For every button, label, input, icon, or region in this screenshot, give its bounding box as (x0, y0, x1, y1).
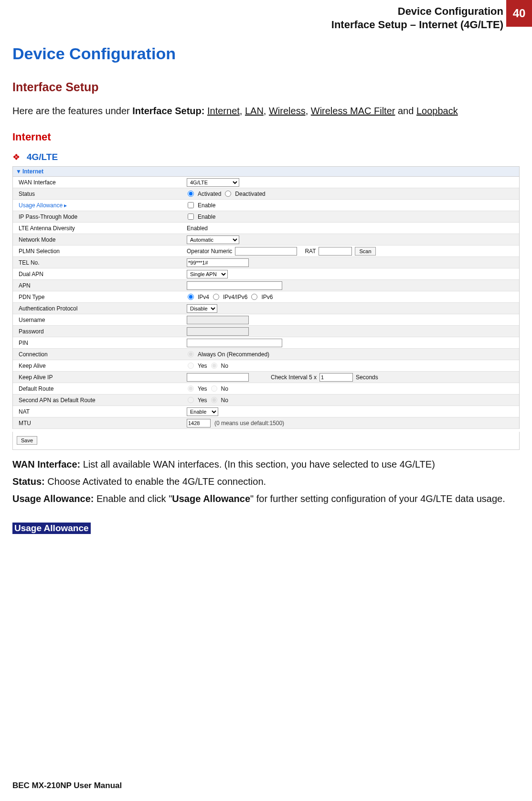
radio-2nd-apn-yes (188, 397, 194, 403)
diamond-icon: ❖ (12, 152, 20, 162)
link-lan[interactable]: LAN (245, 106, 264, 116)
input-check-interval[interactable] (319, 373, 353, 382)
label-connection: Connection (13, 349, 185, 360)
input-mtu[interactable] (187, 419, 211, 427)
text-check-interval: Check Interval 5 x (271, 374, 317, 381)
link-loopback[interactable]: Loopback (416, 106, 458, 116)
select-dual-apn[interactable]: Single APN (187, 270, 228, 278)
value-lte-antenna: Enabled (187, 225, 208, 232)
input-keep-alive-ip[interactable] (187, 373, 249, 382)
opt-ipv4ipv6: IPv4/IPv6 (223, 294, 247, 300)
opt-ka-no: No (221, 363, 228, 369)
text-seconds: Seconds (356, 374, 378, 381)
checkbox-ip-passthrough[interactable] (188, 214, 194, 220)
input-operator-numeric[interactable] (235, 247, 297, 256)
highlight-usage-allowance: Usage Allowance (12, 523, 91, 534)
row-dual-apn: Dual APN Single APN (13, 268, 519, 280)
usage-allowance-label: Usage Allowance ▸ (19, 202, 67, 209)
opt-ipv6: IPv6 (261, 294, 273, 300)
input-pin[interactable] (187, 339, 282, 347)
opt-ipv4: IPv4 (198, 294, 209, 300)
row-plmn: PLMN Selection Operator Numeric RAT Scan (13, 246, 519, 257)
label-keep-alive: Keep Alive (13, 361, 185, 371)
link-internet[interactable]: Internet (207, 106, 240, 116)
label-lte-antenna: LTE Antenna Diversity (13, 223, 185, 234)
row-usage-allowance: Usage Allowance ▸ Enable (13, 200, 519, 211)
save-row: Save (12, 432, 520, 450)
config-panel: ▼Internet WAN Interface 4G/LTE Status Ac… (12, 166, 520, 429)
select-wan-interface[interactable]: 4G/LTE (187, 178, 239, 187)
radio-default-no (211, 385, 217, 392)
radio-default-yes (188, 385, 194, 392)
input-rat[interactable] (319, 247, 352, 256)
input-apn[interactable] (187, 281, 282, 290)
panel-title: Internet (22, 168, 43, 175)
label-ip-passthrough: IP Pass-Through Mode (13, 212, 185, 222)
radio-keepalive-no (211, 363, 217, 369)
label-network-mode: Network Mode (13, 235, 185, 245)
desc1-text: List all available WAN interfaces. (In t… (80, 459, 435, 470)
save-button[interactable]: Save (17, 436, 37, 445)
row-keep-alive-ip: Keep Alive IP Check Interval 5 x Seconds (13, 372, 519, 383)
sub-heading-4glte: ❖ 4G/LTE (12, 152, 520, 162)
label-dual-apn: Dual APN (13, 269, 185, 279)
scan-button[interactable]: Scan (355, 247, 375, 256)
radio-status-activated[interactable] (188, 191, 194, 197)
select-network-mode[interactable]: Automatic (187, 235, 239, 244)
intro-paragraph: Here are the features under Interface Se… (12, 105, 520, 117)
row-keep-alive: Keep Alive Yes No (13, 360, 519, 372)
label-apn: APN (13, 280, 185, 291)
opt-2a-no: No (221, 397, 228, 404)
desc2-text: Choose Activated to enable the 4G/LTE co… (45, 476, 266, 487)
opt-always-on: Always On (Recommended) (198, 351, 269, 358)
row-tel-no: TEL No. (13, 257, 519, 268)
label-status: Status (13, 189, 185, 199)
radio-pdn-ipv6[interactable] (251, 294, 257, 300)
link-wireless[interactable]: Wireless (269, 106, 306, 116)
row-network-mode: Network Mode Automatic (13, 234, 519, 246)
desc3-text-a: Enable and click " (94, 493, 172, 504)
desc2-label: Status: (12, 476, 45, 487)
link-usage-allowance[interactable]: Usage Allowance ▸ (13, 200, 185, 211)
input-tel-no[interactable] (187, 258, 249, 267)
opt-dr-no: No (221, 385, 228, 392)
checkbox-usage-allowance[interactable] (188, 202, 194, 208)
label-keep-alive-ip: Keep Alive IP (13, 372, 185, 383)
row-password: Password (13, 326, 519, 337)
radio-status-deactivated[interactable] (225, 191, 231, 197)
input-password (187, 327, 249, 336)
desc3-label: Usage Allowance: (12, 493, 94, 504)
desc1-label: WAN Interface: (12, 459, 80, 470)
opt-2a-yes: Yes (198, 397, 207, 404)
link-wireless-mac-filter[interactable]: Wireless MAC Filter (311, 106, 395, 116)
section-interface-setup: Interface Setup (12, 80, 520, 94)
opt-ka-yes: Yes (198, 363, 207, 369)
row-pin: PIN (13, 337, 519, 349)
collapse-icon: ▼ (16, 168, 21, 175)
label-password: Password (13, 326, 185, 337)
text-rat: RAT (305, 248, 316, 255)
sep: , (240, 106, 245, 116)
mtu-note: (0 means use default:1500) (214, 420, 284, 427)
select-nat[interactable]: Enable (187, 407, 218, 416)
intro-bold: Interface Setup: (132, 106, 204, 116)
label-tel-no: TEL No. (13, 257, 185, 268)
page-header: Device Configuration Interface Setup – I… (12, 5, 520, 31)
row-mtu: MTU (0 means use default:1500) (13, 417, 519, 429)
text-enable-ua: Enable (198, 202, 215, 209)
radio-pdn-ipv4ipv6[interactable] (213, 294, 219, 300)
label-auth: Authentication Protocol (13, 303, 185, 314)
panel-header[interactable]: ▼Internet (13, 167, 519, 177)
text-operator-numeric: Operator Numeric (187, 248, 232, 255)
desc-usage-allowance: Usage Allowance: Enable and click "Usage… (12, 492, 520, 505)
page-number-badge: 40 (506, 0, 532, 27)
radio-pdn-ipv4[interactable] (188, 294, 194, 300)
desc3-text-b: " for further setting configuration of y… (250, 493, 505, 504)
label-pin: PIN (13, 338, 185, 348)
opt-dr-yes: Yes (198, 385, 207, 392)
select-auth[interactable]: Disable (187, 304, 217, 313)
input-username (187, 316, 249, 324)
row-ip-passthrough: IP Pass-Through Mode Enable (13, 211, 519, 223)
footer-text: BEC MX-210NP User Manual (12, 781, 122, 790)
header-line1: Device Configuration (398, 5, 503, 17)
